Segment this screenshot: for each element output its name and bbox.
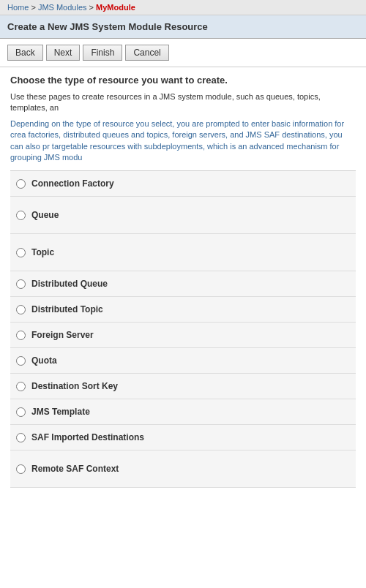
resource-item-connection-factory[interactable]: Connection Factory <box>10 171 356 197</box>
breadcrumb-home-link[interactable]: Home <box>7 3 29 12</box>
resource-label-connection-factory: Connection Factory <box>31 178 114 189</box>
resource-item-jms-template[interactable]: JMS Template <box>10 399 356 425</box>
next-button[interactable]: Next <box>46 45 81 61</box>
resource-item-foreign-server[interactable]: Foreign Server <box>10 323 356 348</box>
radio-remote-saf-context[interactable] <box>16 464 26 474</box>
breadcrumb: Home > JMS Modules > MyModule <box>0 0 366 15</box>
resource-item-saf-imported-destinations[interactable]: SAF Imported Destinations <box>10 425 356 451</box>
resource-item-destination-sort-key[interactable]: Destination Sort Key <box>10 374 356 399</box>
resource-item-remote-saf-context[interactable]: Remote SAF Context <box>10 451 356 488</box>
radio-distributed-topic[interactable] <box>16 305 26 314</box>
breadcrumb-current: MyModule <box>96 3 135 12</box>
resource-item-topic[interactable]: Topic <box>10 234 356 271</box>
resource-list: Connection FactoryQueueTopicDistributed … <box>10 170 356 488</box>
section-title: Choose the type of resource you want to … <box>10 75 356 86</box>
resource-label-foreign-server: Foreign Server <box>31 330 94 340</box>
resource-label-remote-saf-context: Remote SAF Context <box>31 464 119 474</box>
radio-distributed-queue[interactable] <box>16 279 26 289</box>
radio-destination-sort-key[interactable] <box>16 382 26 391</box>
resource-label-quota: Quota <box>31 355 57 366</box>
toolbar: Back Next Finish Cancel <box>0 39 366 67</box>
resource-label-destination-sort-key: Destination Sort Key <box>31 381 118 391</box>
page-title: Create a New JMS System Module Resource <box>0 15 366 39</box>
radio-topic[interactable] <box>16 248 26 257</box>
radio-jms-template[interactable] <box>16 407 26 417</box>
resource-label-distributed-topic: Distributed Topic <box>31 304 103 314</box>
description-line1: Use these pages to create resources in a… <box>10 91 356 114</box>
radio-queue[interactable] <box>16 211 26 220</box>
radio-foreign-server[interactable] <box>16 331 26 340</box>
back-button[interactable]: Back <box>7 45 43 61</box>
resource-label-queue: Queue <box>31 210 59 220</box>
cancel-button[interactable]: Cancel <box>125 45 168 61</box>
resource-item-distributed-topic[interactable]: Distributed Topic <box>10 297 356 323</box>
resource-item-distributed-queue[interactable]: Distributed Queue <box>10 271 356 297</box>
finish-button[interactable]: Finish <box>83 45 122 61</box>
breadcrumb-jms-modules-link[interactable]: JMS Modules <box>38 3 87 12</box>
resource-label-jms-template: JMS Template <box>31 407 90 417</box>
radio-connection-factory[interactable] <box>16 179 26 189</box>
content-area: Choose the type of resource you want to … <box>0 67 366 495</box>
resource-label-distributed-queue: Distributed Queue <box>31 279 108 289</box>
description-line2: Depending on the type of resource you se… <box>10 118 356 164</box>
resource-item-quota[interactable]: Quota <box>10 348 356 374</box>
resource-label-topic: Topic <box>31 247 54 257</box>
resource-label-saf-imported-destinations: SAF Imported Destinations <box>31 432 144 442</box>
radio-saf-imported-destinations[interactable] <box>16 433 26 442</box>
radio-quota[interactable] <box>16 356 26 366</box>
resource-item-queue[interactable]: Queue <box>10 197 356 234</box>
